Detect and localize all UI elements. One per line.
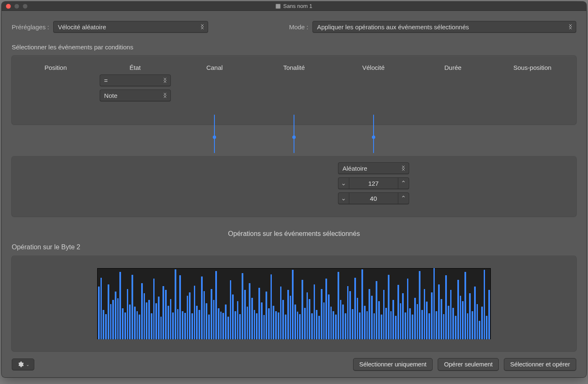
velocity-mode-select[interactable]: Aléatoire bbox=[338, 162, 409, 174]
bar bbox=[328, 294, 330, 339]
bar bbox=[225, 305, 227, 339]
mode-select[interactable]: Appliquer les opérations aux événements … bbox=[312, 21, 576, 33]
bar bbox=[103, 310, 104, 339]
top-row: Préréglages : Vélocité aléatoire Mode : … bbox=[12, 21, 576, 33]
bar bbox=[472, 311, 473, 339]
bar bbox=[98, 287, 100, 339]
connector-tonalite bbox=[294, 115, 294, 153]
operate-only-button[interactable]: Opérer seulement bbox=[438, 358, 499, 371]
bar bbox=[452, 308, 454, 339]
chevron-up-icon[interactable]: ⌃ bbox=[398, 193, 409, 204]
bar bbox=[194, 286, 196, 340]
select-only-button[interactable]: Sélectionner uniquement bbox=[353, 358, 433, 371]
select-and-operate-button[interactable]: Sélectionner et opérer bbox=[504, 358, 576, 371]
col-etat-label: État bbox=[129, 64, 141, 71]
bar bbox=[148, 300, 150, 339]
bar bbox=[481, 307, 483, 339]
chevron-down-icon[interactable]: ⌄ bbox=[338, 193, 349, 204]
velocity-low-stepper[interactable]: ⌄ 40 ⌃ bbox=[338, 192, 409, 204]
bar bbox=[134, 307, 136, 339]
bar bbox=[340, 300, 342, 339]
bar bbox=[424, 289, 426, 339]
bar bbox=[141, 283, 143, 339]
bar bbox=[182, 311, 183, 339]
bar bbox=[297, 312, 299, 339]
bar bbox=[158, 297, 160, 339]
bar bbox=[144, 293, 145, 339]
chevron-down-icon[interactable]: ⌄ bbox=[338, 178, 349, 189]
bar bbox=[199, 310, 200, 339]
chevron-down-icon: ⌄ bbox=[26, 362, 29, 367]
footer: ⌄ Sélectionner uniquement Opérer seuleme… bbox=[2, 358, 586, 377]
bar bbox=[266, 292, 267, 339]
bar bbox=[364, 306, 366, 339]
bar bbox=[464, 272, 466, 339]
bar bbox=[275, 311, 277, 339]
bar bbox=[325, 279, 327, 339]
bar bbox=[359, 312, 361, 339]
bar bbox=[400, 303, 402, 339]
bar bbox=[428, 313, 430, 339]
bar bbox=[402, 293, 404, 339]
etat-type-select[interactable]: Note bbox=[100, 90, 171, 101]
bar bbox=[127, 289, 129, 339]
bar bbox=[235, 311, 236, 339]
bar bbox=[330, 307, 332, 339]
bar bbox=[117, 298, 119, 339]
byte2-panel bbox=[12, 256, 576, 351]
bar bbox=[299, 314, 301, 339]
bar bbox=[213, 300, 215, 339]
bar bbox=[211, 289, 212, 339]
bar bbox=[484, 270, 485, 339]
bar bbox=[215, 271, 217, 339]
bar bbox=[321, 289, 322, 339]
velocity-high-stepper[interactable]: ⌄ 127 ⌃ bbox=[338, 177, 409, 189]
bar bbox=[287, 290, 289, 339]
select-only-label: Sélectionner uniquement bbox=[359, 361, 426, 368]
col-duree: Durée bbox=[413, 63, 493, 101]
bar bbox=[314, 284, 315, 339]
bar bbox=[170, 299, 172, 339]
bar bbox=[196, 306, 198, 339]
action-buttons: Sélectionner uniquement Opérer seulement… bbox=[353, 358, 576, 371]
bar bbox=[177, 309, 179, 339]
bar bbox=[385, 308, 387, 339]
bar bbox=[251, 298, 253, 339]
bar bbox=[263, 315, 265, 339]
title-area: Sans nom 1 bbox=[2, 3, 586, 9]
bar bbox=[436, 311, 437, 339]
bar bbox=[218, 308, 219, 339]
bar bbox=[323, 302, 325, 339]
bar bbox=[338, 272, 339, 339]
velocity-low-value: 40 bbox=[349, 193, 398, 204]
bar bbox=[390, 311, 392, 339]
bar bbox=[455, 316, 456, 339]
bar bbox=[151, 313, 152, 339]
bar bbox=[409, 308, 411, 339]
bar bbox=[414, 298, 416, 339]
bar bbox=[335, 315, 337, 339]
bar bbox=[108, 284, 109, 339]
bar bbox=[467, 313, 469, 339]
chevron-up-icon[interactable]: ⌃ bbox=[398, 178, 409, 189]
velocity-mode-value: Aléatoire bbox=[343, 165, 367, 172]
settings-menu-button[interactable]: ⌄ bbox=[12, 358, 34, 370]
bar bbox=[254, 310, 255, 339]
bar bbox=[155, 303, 157, 339]
window-title: Sans nom 1 bbox=[283, 3, 312, 9]
byte2-label: Opération sur le Byte 2 bbox=[12, 243, 576, 251]
bar bbox=[304, 308, 306, 339]
etat-operator-value: = bbox=[104, 77, 108, 84]
etat-operator-select[interactable]: = bbox=[100, 74, 171, 86]
bar bbox=[421, 310, 423, 339]
bar bbox=[397, 285, 399, 339]
presets-select[interactable]: Vélocité aléatoire bbox=[53, 21, 208, 33]
bar bbox=[222, 313, 224, 339]
bar bbox=[479, 321, 480, 339]
select-and-operate-label: Sélectionner et opérer bbox=[510, 361, 570, 368]
bar bbox=[110, 304, 112, 339]
mode-value: Appliquer les opérations aux événements … bbox=[317, 23, 469, 31]
bar bbox=[318, 316, 320, 339]
col-canal: Canal bbox=[175, 63, 254, 101]
bar bbox=[189, 292, 191, 339]
